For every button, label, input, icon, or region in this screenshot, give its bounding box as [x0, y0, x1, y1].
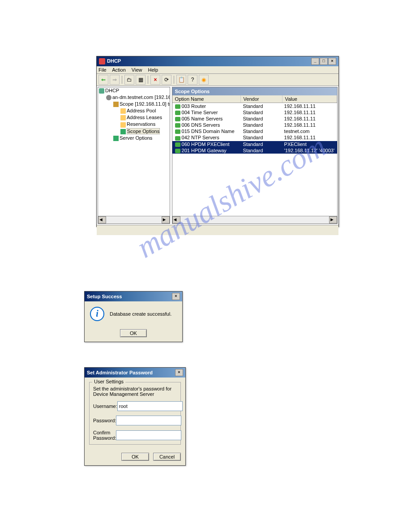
table-row[interactable]: 004 Time ServerStandard192.168.11.11 — [172, 109, 337, 116]
password-label: Password: — [93, 418, 116, 423]
list-pane: Scope Options Option Name Vendor Value 0… — [172, 87, 338, 224]
cancel-button[interactable]: Cancel — [153, 453, 181, 461]
tree-root[interactable]: DHCP — [105, 88, 119, 93]
tree-pane[interactable]: DHCP an-dm.testnet.com [192.168.11 Scope… — [98, 87, 170, 224]
col-value[interactable]: Value — [283, 95, 337, 103]
dialog-message: Database create successful. — [110, 311, 171, 317]
delete-button[interactable]: × — [150, 75, 160, 85]
scroll-track[interactable] — [180, 216, 329, 223]
properties-button[interactable]: ▦ — [136, 75, 146, 85]
tree-address-pool[interactable]: Address Pool — [127, 108, 156, 113]
table-row[interactable]: 015 DNS Domain NameStandardtestnet.com — [172, 128, 337, 134]
table-row[interactable]: 005 Name ServersStandard192.168.11.11 — [172, 116, 337, 122]
titlebar[interactable]: DHCP _ □ × — [97, 56, 338, 66]
setup-success-dialog: Setup Success × i Database create succes… — [84, 291, 183, 342]
forward-button[interactable]: ⇒ — [110, 75, 120, 85]
option-icon — [175, 117, 180, 121]
menu-file[interactable]: File — [98, 67, 107, 73]
user-settings-group: User Settings Set the administrator's pa… — [89, 382, 181, 445]
toolbar: ⇐ ⇒ 🗀 ▦ × ⟳ 📋 ? ◉ — [97, 74, 338, 86]
options-icon — [113, 136, 119, 141]
dialog-title: Setup Success — [87, 294, 122, 299]
list-title: Scope Options — [172, 87, 337, 95]
option-icon — [175, 136, 180, 141]
col-option-name[interactable]: Option Name — [172, 95, 241, 103]
option-icon — [175, 129, 180, 134]
close-button[interactable]: × — [175, 369, 183, 376]
scroll-track[interactable] — [106, 216, 162, 223]
menu-help[interactable]: Help — [148, 67, 158, 73]
menu-view[interactable]: View — [132, 67, 142, 73]
dhcp-window: DHCP _ □ × File Action View Help ⇐ ⇒ 🗀 ▦… — [96, 56, 339, 227]
titlebar[interactable]: Set Administrator Password × — [85, 368, 185, 378]
col-vendor[interactable]: Vendor — [241, 95, 283, 103]
form-description: Set the administrator's password for Dev… — [93, 386, 177, 397]
tree-address-leases[interactable]: Address Leases — [127, 115, 162, 120]
option-icon — [175, 111, 180, 115]
username-field[interactable] — [117, 401, 183, 411]
group-title: User Settings — [92, 379, 125, 384]
table-row[interactable]: 201 HPDM GatewayStandard'192.168.11.12' … — [172, 147, 337, 154]
export-button[interactable]: 📋 — [176, 75, 186, 85]
list-body[interactable]: 003 RouterStandard192.168.11.11004 Time … — [172, 103, 337, 216]
set-password-dialog: Set Administrator Password × User Settin… — [84, 367, 186, 466]
scope-icon — [113, 102, 119, 107]
close-button[interactable]: × — [172, 293, 180, 300]
refresh-button[interactable]: ⟳ — [162, 75, 171, 85]
folder-icon — [120, 115, 126, 120]
password-field[interactable] — [116, 416, 181, 425]
option-icon — [175, 142, 180, 147]
tree-reservations[interactable]: Reservations — [127, 121, 155, 127]
app-icon — [99, 58, 105, 64]
folder-icon — [120, 108, 126, 114]
options-icon — [120, 129, 126, 134]
up-button[interactable]: 🗀 — [124, 75, 134, 85]
scroll-right-button[interactable]: ► — [329, 216, 337, 223]
table-row[interactable]: 060 HPDM PXEClientStandardPXEClient — [172, 141, 337, 147]
option-icon — [175, 123, 180, 128]
folder-icon — [120, 122, 126, 128]
dhcp-icon — [99, 88, 104, 94]
minimize-button[interactable]: _ — [311, 58, 319, 65]
close-button[interactable]: × — [328, 58, 336, 65]
option-icon — [175, 104, 180, 109]
back-button[interactable]: ⇐ — [98, 75, 108, 85]
extra-button[interactable]: ◉ — [199, 75, 209, 85]
column-headers: Option Name Vendor Value — [172, 95, 337, 103]
ok-button[interactable]: OK — [121, 453, 149, 461]
table-row[interactable]: 042 NTP ServersStandard192.168.11.11 — [172, 134, 337, 141]
scroll-right-button[interactable]: ► — [162, 216, 170, 223]
table-row[interactable]: 003 RouterStandard192.168.11.11 — [172, 103, 337, 109]
titlebar[interactable]: Setup Success × — [85, 292, 182, 301]
info-icon: i — [90, 307, 104, 321]
confirm-password-field[interactable] — [116, 430, 181, 440]
tree-server-options[interactable]: Server Options — [120, 135, 152, 141]
scroll-left-button[interactable]: ◄ — [98, 216, 106, 223]
tree-scope[interactable]: Scope [192.168.11.0] traini — [120, 101, 170, 107]
window-title: DHCP — [107, 58, 121, 64]
table-row[interactable]: 006 DNS ServersStandard192.168.11.11 — [172, 122, 337, 128]
confirm-password-label: Confirm Password: — [93, 430, 116, 441]
statusbar — [97, 225, 338, 235]
option-icon — [175, 149, 180, 153]
help-button[interactable]: ? — [188, 75, 197, 85]
tree-server[interactable]: an-dm.testnet.com [192.168.11 — [112, 94, 170, 100]
maximize-button[interactable]: □ — [320, 58, 328, 65]
server-icon — [106, 95, 111, 100]
ok-button[interactable]: OK — [120, 329, 147, 337]
dialog-title: Set Administrator Password — [87, 370, 153, 375]
tree-scope-options[interactable]: Scope Options — [127, 128, 160, 134]
username-label: Username: — [93, 403, 117, 409]
menu-action[interactable]: Action — [112, 67, 126, 73]
menubar: File Action View Help — [97, 66, 338, 74]
scroll-left-button[interactable]: ◄ — [172, 216, 180, 223]
